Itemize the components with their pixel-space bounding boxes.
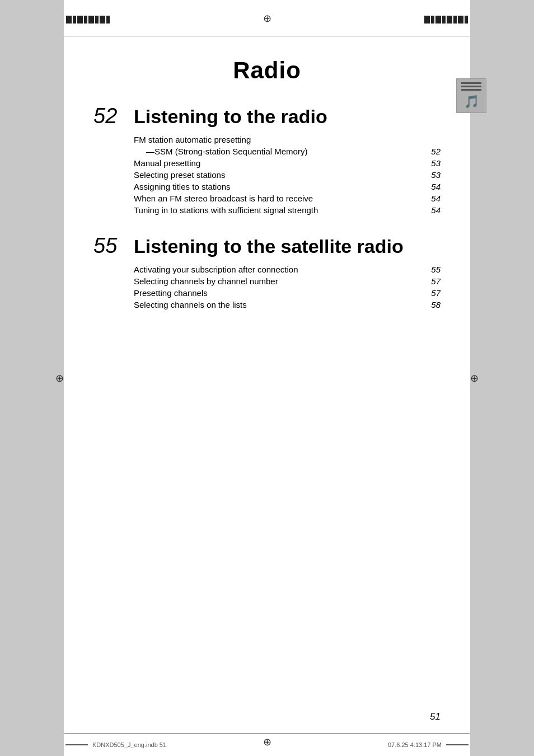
toc-page: 55 [424,265,441,274]
toc-page: 54 [424,182,441,191]
bottom-right: 07.6.25 4:13:17 PM [388,741,469,748]
main-content: Radio 52 Listening to the radio FM stati… [49,40,485,362]
toc-label: Presetting channels [134,288,208,298]
toc-page: 58 [424,300,441,309]
toc-item: —SSM (Strong-station Sequential Memory) … [134,145,441,157]
section-2-title: Listening to the satellite radio [134,236,404,257]
section-1-title: Listening to the radio [134,106,327,127]
toc-label: Selecting preset stations [134,170,225,180]
bar-seg [77,16,83,24]
section-2: 55 Listening to the satellite radio Acti… [93,234,441,311]
bar-seg [66,16,72,24]
toc-item: Selecting channels on the lists 58 [134,299,441,311]
toc-item: Selecting preset stations 53 [134,169,441,181]
toc-page: 53 [424,170,441,180]
bar-seg [458,16,463,24]
top-rule [64,36,470,36]
tab-line [461,86,481,87]
toc-page: 57 [424,288,441,298]
toc-item: Assigning titles to stations 54 [134,181,441,192]
right-reg-mark: ⊕ [470,372,479,384]
toc-label: Activating your subscription after conne… [134,265,298,274]
right-chapter-tab: 🎵 [456,78,486,113]
bar-left [65,16,110,24]
left-reg-mark: ⊕ [55,372,64,384]
tab-line [461,89,481,91]
page-title: Radio [93,57,441,84]
bar-seg [442,16,446,24]
bottom-center-reg: ⊕ [263,736,271,748]
tab-icon: 🎵 [464,95,479,109]
toc-page: 52 [424,147,441,156]
toc-item: Activating your subscription after conne… [134,264,441,275]
bottom-right-text: 07.6.25 4:13:17 PM [388,741,442,748]
toc-label: —SSM (Strong-station Sequential Memory) [134,147,307,156]
bottom-right-line [446,744,469,745]
bar-right [424,16,469,24]
bottom-left-text: KDNXD505_J_eng.indb 51 [92,741,166,748]
toc-item: Selecting channels by channel number 57 [134,275,441,287]
bar-seg [106,16,110,24]
bar-seg [84,16,87,24]
section-1-num: 52 [93,104,121,128]
tab-lines [461,82,481,91]
bar-seg [88,16,94,24]
bar-seg [453,16,457,24]
bar-seg [100,16,105,24]
bar-seg [73,16,76,24]
toc-label: Assigning titles to stations [134,182,231,191]
bar-seg [95,16,99,24]
toc-page: 57 [424,276,441,286]
section-1-header: 52 Listening to the radio [93,104,441,128]
top-reg-mark: ⊕ [263,12,271,25]
top-bar: ⊕ [49,0,485,40]
section-1-toc: FM station automatic presetting —SSM (St… [134,134,441,216]
section-2-header: 55 Listening to the satellite radio [93,234,441,258]
toc-item: Tuning in to stations with sufficient si… [134,204,441,216]
page: ⊕ ⊕ ⊕ 🎵 Radio 52 Lis [49,0,485,756]
tab-line [461,82,481,84]
toc-page: 54 [424,205,441,215]
bar-seg [424,16,430,24]
toc-page: 53 [424,158,441,168]
toc-label: When an FM stereo broadcast is hard to r… [134,194,313,203]
section-2-num: 55 [93,234,121,258]
toc-label: Selecting channels on the lists [134,300,247,309]
toc-item: Manual presetting 53 [134,157,441,169]
bar-seg [435,16,441,24]
bottom-area: KDNXD505_J_eng.indb 51 ⊕ 07.6.25 4:13:17… [49,711,485,756]
toc-label: Manual presetting [134,158,200,168]
section-1: 52 Listening to the radio FM station aut… [93,104,441,216]
toc-label: Tuning in to stations with sufficient si… [134,205,318,215]
toc-label: Selecting channels by channel number [134,276,278,286]
toc-item: FM station automatic presetting [134,134,441,145]
bottom-left: KDNXD505_J_eng.indb 51 [65,741,166,748]
bar-seg [431,16,434,24]
bar-seg [465,16,468,24]
section-2-toc: Activating your subscription after conne… [134,264,441,311]
toc-label: FM station automatic presetting [134,135,251,144]
toc-page: 54 [424,194,441,203]
toc-item: Presetting channels 57 [134,287,441,299]
bar-seg [447,16,452,24]
bottom-left-line [65,744,88,745]
toc-item: When an FM stereo broadcast is hard to r… [134,192,441,204]
